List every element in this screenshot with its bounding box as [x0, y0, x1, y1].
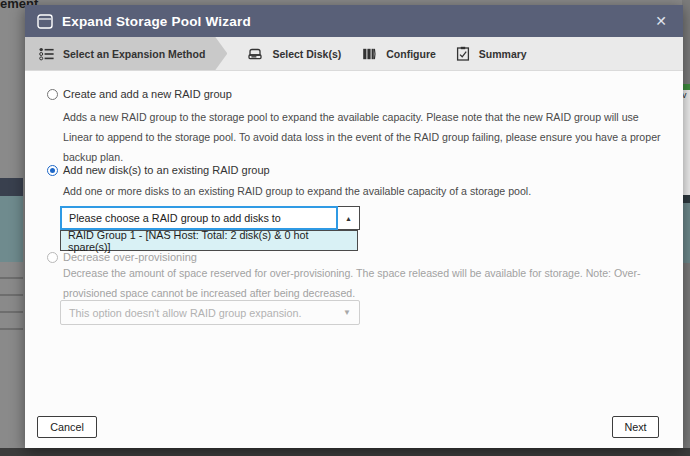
raid-array-icon	[361, 47, 377, 61]
expansion-method-list-icon	[39, 47, 54, 61]
clipboard-check-icon	[456, 46, 470, 61]
background-fragment	[0, 178, 23, 196]
radio-decrease-over-provisioning[interactable]	[47, 252, 58, 263]
option-label[interactable]: Create and add a new RAID group	[63, 88, 232, 100]
background-partial-text-right: v	[682, 90, 690, 195]
raid-group-option[interactable]: RAID Group 1 - [NAS Host: Total: 2 disk(…	[61, 231, 357, 250]
option-label[interactable]: Add new disk(s) to an existing RAID grou…	[63, 164, 270, 176]
step-label: Configure	[386, 48, 436, 60]
expand-storage-pool-wizard-dialog: Expand Storage Pool Wizard ✕ Select an E…	[25, 5, 683, 448]
step-select-disks: Select Disk(s)	[227, 37, 341, 70]
chevron-up-icon[interactable]: ▲	[338, 206, 360, 230]
cancel-button[interactable]: Cancel	[37, 416, 97, 438]
disabled-expansion-select: This option doesn't allow RAID group exp…	[60, 300, 360, 325]
option-description: Add one or more disks to an existing RAI…	[63, 181, 663, 201]
chevron-down-icon: ▼	[343, 308, 351, 317]
background-table-rows-fragment	[0, 262, 23, 342]
raid-group-select-value[interactable]: Please choose a RAID group to add disks …	[60, 206, 338, 230]
wizard-steps-bar: Select an Expansion Method Select Disk(s…	[25, 37, 683, 71]
step-label: Select an Expansion Method	[63, 48, 205, 60]
radio-create-new-raid-group[interactable]	[47, 89, 58, 100]
storage-pool-icon	[37, 14, 53, 29]
option-description: Decrease the amount of space reserved fo…	[63, 263, 663, 303]
background-taskbar-fragment	[0, 448, 690, 456]
close-icon[interactable]: ✕	[651, 12, 671, 30]
step-configure: Configure	[341, 37, 436, 70]
option-label: Decrease over-provisioning	[63, 251, 197, 263]
dialog-title: Expand Storage Pool Wizard	[62, 14, 651, 29]
option-description: Adds a new RAID group to the storage poo…	[63, 107, 663, 167]
next-button[interactable]: Next	[612, 416, 659, 438]
raid-group-select-options: RAID Group 1 - [NAS Host: Total: 2 disk(…	[60, 230, 358, 251]
disabled-select-value: This option doesn't allow RAID group exp…	[69, 307, 302, 319]
background-fragment	[682, 195, 690, 203]
disk-icon	[247, 47, 263, 61]
raid-group-select[interactable]: Please choose a RAID group to add disks …	[60, 206, 360, 230]
step-label: Summary	[479, 48, 527, 60]
step-summary: Summary	[436, 37, 527, 70]
background-fragment	[682, 203, 690, 263]
radio-add-disks-existing-raid-group[interactable]	[47, 165, 58, 176]
dialog-titlebar: Expand Storage Pool Wizard ✕	[25, 5, 683, 37]
step-select-expansion-method: Select an Expansion Method	[25, 37, 227, 70]
background-fragment	[0, 196, 23, 262]
step-label: Select Disk(s)	[272, 48, 341, 60]
screen: ement v Expand Storage Pool Wizard ✕	[0, 0, 690, 456]
